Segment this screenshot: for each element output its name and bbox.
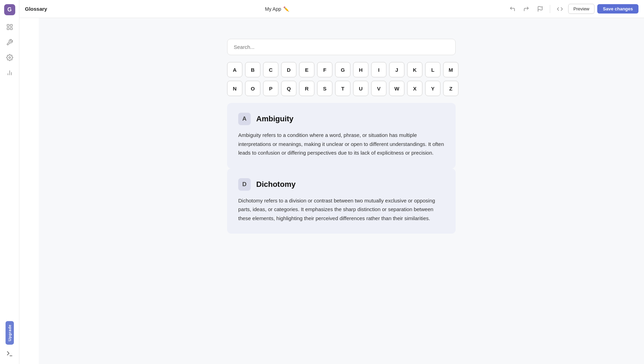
letter-btn-x[interactable]: X bbox=[407, 81, 422, 96]
letter-btn-z[interactable]: Z bbox=[443, 81, 458, 96]
glossary-card-a: A Ambiguity Ambiguity refers to a condit… bbox=[227, 103, 456, 168]
svg-rect-3 bbox=[10, 28, 12, 30]
letter-btn-b[interactable]: B bbox=[245, 62, 260, 77]
letter-btn-f[interactable]: F bbox=[317, 62, 332, 77]
divider bbox=[550, 5, 550, 13]
letter-btn-o[interactable]: O bbox=[245, 81, 260, 96]
sidebar-item-dashboard[interactable] bbox=[3, 21, 16, 33]
flag-button[interactable] bbox=[535, 3, 546, 15]
topbar-actions: Preview Save changes bbox=[507, 3, 638, 15]
sidebar-bottom: Upgrade bbox=[3, 321, 16, 360]
svg-rect-2 bbox=[7, 28, 9, 30]
save-button[interactable]: Save changes bbox=[597, 4, 638, 14]
letter-btn-i[interactable]: I bbox=[371, 62, 386, 77]
letter-navigation: ABCDEFGHIJKLM NOPQRSTUVWXYZ bbox=[227, 62, 456, 96]
app-name-section: My App ✏️ bbox=[265, 6, 289, 12]
letter-btn-l[interactable]: L bbox=[425, 62, 440, 77]
content-wrapper: ABCDEFGHIJKLM NOPQRSTUVWXYZ A Ambiguity … bbox=[227, 39, 456, 234]
card-letter-badge: D bbox=[238, 178, 251, 191]
letter-btn-v[interactable]: V bbox=[371, 81, 386, 96]
letter-btn-p[interactable]: P bbox=[263, 81, 278, 96]
letter-btn-h[interactable]: H bbox=[353, 62, 368, 77]
letter-btn-t[interactable]: T bbox=[335, 81, 350, 96]
sidebar-item-analytics[interactable] bbox=[3, 67, 16, 79]
app-name-label: My App bbox=[265, 6, 281, 12]
card-definition: Ambiguity refers to a condition where a … bbox=[238, 131, 445, 157]
topbar: Glossary My App ✏️ bbox=[19, 0, 644, 18]
letter-btn-w[interactable]: W bbox=[389, 81, 404, 96]
letter-btn-n[interactable]: N bbox=[227, 81, 242, 96]
card-letter-badge: A bbox=[238, 113, 251, 125]
card-header: A Ambiguity bbox=[238, 113, 445, 125]
letter-btn-q[interactable]: Q bbox=[281, 81, 296, 96]
letter-btn-d[interactable]: D bbox=[281, 62, 296, 77]
svg-point-4 bbox=[9, 57, 10, 59]
undo-button[interactable] bbox=[507, 3, 518, 15]
letter-btn-k[interactable]: K bbox=[407, 62, 422, 77]
letter-btn-r[interactable]: R bbox=[299, 81, 314, 96]
letter-btn-u[interactable]: U bbox=[353, 81, 368, 96]
card-term: Ambiguity bbox=[256, 114, 294, 123]
upgrade-button[interactable]: Upgrade bbox=[6, 321, 14, 345]
main-content: ABCDEFGHIJKLM NOPQRSTUVWXYZ A Ambiguity … bbox=[39, 18, 644, 364]
sidebar-item-settings[interactable] bbox=[3, 51, 16, 64]
card-header: D Dichotomy bbox=[238, 178, 445, 191]
glossary-card-d: D Dichotomy Dichotomy refers to a divisi… bbox=[227, 168, 456, 234]
letter-btn-j[interactable]: J bbox=[389, 62, 404, 77]
code-button[interactable] bbox=[554, 3, 565, 15]
redo-button[interactable] bbox=[521, 3, 532, 15]
letter-btn-c[interactable]: C bbox=[263, 62, 278, 77]
svg-rect-1 bbox=[10, 25, 12, 27]
letter-btn-m[interactable]: M bbox=[443, 62, 458, 77]
letters-row-1: ABCDEFGHIJKLM bbox=[227, 62, 456, 77]
letter-btn-g[interactable]: G bbox=[335, 62, 350, 77]
card-term: Dichotomy bbox=[256, 180, 296, 189]
terminal-icon[interactable] bbox=[3, 347, 16, 360]
letter-btn-a[interactable]: A bbox=[227, 62, 242, 77]
card-definition: Dichotomy refers to a division or contra… bbox=[238, 196, 445, 223]
sidebar: G Upgrade bbox=[0, 0, 19, 364]
letter-btn-e[interactable]: E bbox=[299, 62, 314, 77]
app-logo[interactable]: G bbox=[4, 4, 15, 15]
letter-btn-s[interactable]: S bbox=[317, 81, 332, 96]
svg-rect-0 bbox=[7, 25, 9, 27]
edit-icon[interactable]: ✏️ bbox=[283, 6, 289, 12]
preview-button[interactable]: Preview bbox=[568, 4, 594, 14]
letters-row-2: NOPQRSTUVWXYZ bbox=[227, 81, 456, 96]
glossary-entries: A Ambiguity Ambiguity refers to a condit… bbox=[227, 103, 456, 234]
search-input[interactable] bbox=[227, 39, 456, 55]
page-title: Glossary bbox=[25, 6, 47, 12]
sidebar-item-tools[interactable] bbox=[3, 36, 16, 49]
letter-btn-y[interactable]: Y bbox=[425, 81, 440, 96]
